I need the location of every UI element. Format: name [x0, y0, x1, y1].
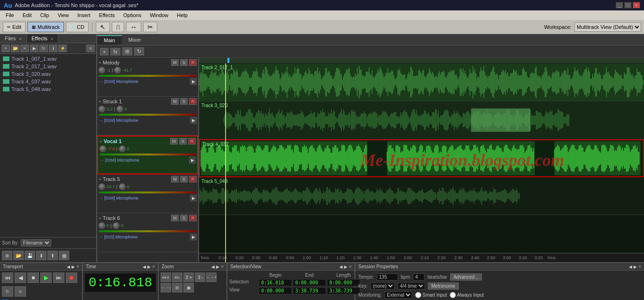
sel-end-val[interactable]: 0:00.000 [293, 279, 326, 286]
razor-tool[interactable]: ✂ [143, 22, 157, 32]
transport-loop-btn[interactable]: ↻ [2, 286, 13, 297]
view-begin-val[interactable]: 0:00.000 [259, 287, 292, 294]
zoom-close[interactable]: × [221, 264, 224, 269]
smart-input-radio[interactable]: Smart Input [415, 292, 447, 298]
waveform-track-3[interactable]: Track 4_037 [199, 139, 644, 177]
time-select-tool[interactable]: ⎍ [112, 22, 124, 32]
track-expand-1[interactable]: ▶ [190, 78, 197, 85]
import-btn[interactable]: ⬇ [36, 251, 46, 260]
waveform-track-4[interactable]: Track 5_048 [199, 177, 644, 215]
sel-prev[interactable]: ◀ [339, 264, 343, 269]
zoom-prev[interactable]: ◀ [211, 264, 215, 269]
open-session-btn[interactable]: 📂 [13, 251, 24, 260]
transport-record[interactable]: ⏺ [66, 273, 77, 283]
menu-edit[interactable]: Edit [19, 11, 36, 19]
rec-btn-1[interactable]: R [189, 59, 197, 66]
loop-btn[interactable]: ↻ [39, 45, 48, 52]
open-btn[interactable]: 📂 [11, 45, 19, 52]
pan-knob-2[interactable] [117, 106, 123, 112]
mute-btn-1[interactable]: M [171, 59, 179, 66]
time-close[interactable]: × [152, 264, 155, 269]
zoom-in-h2[interactable]: ←→+ [206, 273, 217, 282]
rec-btn-3[interactable]: R [188, 138, 196, 145]
transport-play[interactable]: ▶ [40, 273, 52, 283]
list-item[interactable]: Track 4_037.wav [1, 78, 95, 85]
sel-next[interactable]: ▶ [344, 264, 347, 269]
menu-window[interactable]: Window [146, 11, 172, 19]
play-btn[interactable]: ▶ [30, 45, 38, 52]
list-item[interactable]: Track 1_007_1.wav [1, 55, 95, 63]
info-btn[interactable]: ℹ [49, 45, 57, 52]
always-input-radio[interactable]: Always Input [450, 292, 484, 298]
files-tab-close[interactable]: × [19, 36, 21, 41]
menu-help[interactable]: Help [173, 11, 191, 19]
zoom-in-h[interactable]: ⇔+ [161, 273, 171, 282]
transport-punch[interactable]: ⊙ [15, 286, 26, 297]
zoom-out-h2[interactable]: ←→- [161, 283, 171, 292]
new-btn[interactable]: + [1, 45, 10, 52]
mix-btn[interactable]: ▦ [59, 251, 69, 260]
rec-btn-5[interactable]: R [189, 215, 197, 221]
zoom-next[interactable]: ▶ [216, 264, 219, 269]
zoom-out-v[interactable]: ⇕- [195, 273, 205, 282]
sess-prev[interactable]: ◀ [629, 264, 632, 269]
list-item[interactable]: Track 5_048.wav [1, 85, 95, 93]
waveform-area[interactable]: Me-Inspiration.blogspot.com Track 2_017_… [199, 58, 644, 262]
add-track-btn[interactable]: + [100, 48, 109, 55]
tab-main[interactable]: Main [97, 35, 122, 45]
tab-mixer[interactable]: Mixer [122, 36, 148, 44]
solo-btn-3[interactable]: S [179, 138, 187, 145]
solo-btn-5[interactable]: S [180, 215, 188, 221]
snap-btn[interactable]: ⊞ [122, 47, 132, 55]
fx-btn[interactable]: fx [110, 48, 120, 55]
rec-btn-4[interactable]: R [189, 176, 197, 182]
key-select[interactable]: (none) [371, 282, 395, 290]
tab-effects[interactable]: Effects × [27, 34, 59, 43]
solo-btn-1[interactable]: S [180, 59, 188, 66]
track-expand-2[interactable]: ▶ [190, 117, 197, 124]
transport-skip-fwd[interactable]: ⏭ [53, 273, 64, 283]
export-btn[interactable]: ⬆ [47, 251, 58, 260]
rec-btn-2[interactable]: R [189, 98, 197, 105]
zoom-out-h[interactable]: ⇔- [172, 273, 182, 282]
sel-close[interactable]: × [349, 264, 352, 269]
pan-knob-3[interactable] [119, 145, 126, 152]
transport-close[interactable]: × [76, 264, 79, 269]
volume-knob-1[interactable] [99, 67, 105, 73]
list-item[interactable]: Track 2_017_1.wav [1, 63, 95, 70]
time-next[interactable]: ▶ [147, 264, 151, 269]
close-button[interactable]: × [633, 2, 640, 9]
transport-prev[interactable]: ◀ [67, 264, 70, 269]
mute-btn-5[interactable]: M [171, 215, 179, 221]
edit-button[interactable]: ✏ Edit [3, 22, 26, 32]
zoom-sel[interactable]: ▣ [183, 283, 194, 292]
sess-next[interactable]: ▶ [634, 264, 637, 269]
volume-knob-3[interactable] [100, 145, 106, 152]
menu-effects[interactable]: Effects [95, 11, 118, 19]
menu-options[interactable]: Options [119, 11, 145, 19]
transport-back[interactable]: ◀ [15, 273, 26, 283]
beats-input[interactable] [413, 273, 425, 281]
zoom-in-v[interactable]: ⇕+ [183, 273, 194, 282]
mute-btn-4[interactable]: M [171, 176, 179, 182]
menu-file[interactable]: File [2, 11, 18, 19]
solo-btn-4[interactable]: S [180, 176, 188, 182]
advanced-button[interactable]: Advanced... [450, 273, 482, 281]
pan-knob-5[interactable] [113, 222, 119, 229]
track-expand-5[interactable]: ▶ [190, 234, 197, 240]
menu-view[interactable]: View [54, 11, 73, 19]
transport-stop[interactable]: ■ [27, 273, 39, 283]
waveform-track-1[interactable]: Track 2_017_1 // Will be rendered via JS… [199, 64, 644, 101]
transport-skip-back[interactable]: ⏮ [2, 273, 13, 283]
time-prev[interactable]: ◀ [143, 264, 146, 269]
minimize-button[interactable]: _ [616, 2, 623, 9]
move-tool[interactable]: ↔ [126, 22, 141, 32]
mute-btn-2[interactable]: M [171, 98, 179, 105]
zoom-full[interactable]: ⊞ [172, 283, 182, 292]
close-btn[interactable]: × [20, 45, 29, 52]
cd-button[interactable]: 💿 CD [66, 22, 89, 32]
sel-begin-val[interactable]: 0:16.818 [259, 279, 292, 286]
menu-insert[interactable]: Insert [73, 11, 94, 19]
track-expand-4[interactable]: ▶ [190, 195, 197, 201]
tab-files[interactable]: Files × [0, 34, 27, 43]
